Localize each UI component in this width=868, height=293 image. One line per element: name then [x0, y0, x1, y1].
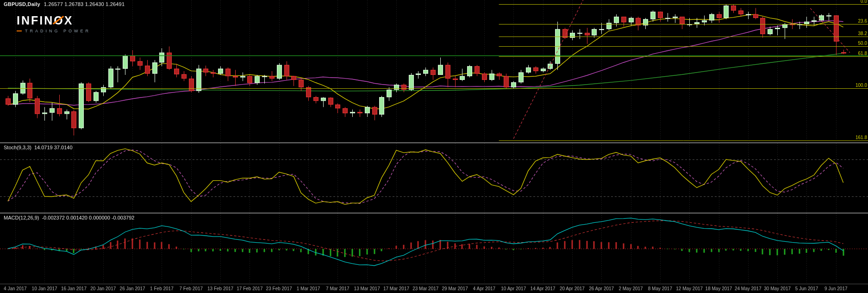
- ohlc-values: 1.26577 1.26783 1.26430 1.26491: [44, 1, 125, 7]
- date-axis-label: 23 Feb 2017: [266, 286, 292, 291]
- stoch-name: Stoch(9,3,3): [4, 145, 31, 150]
- logo-title: INFINOX: [17, 14, 91, 27]
- candlestick-chart-canvas[interactable]: [0, 0, 868, 142]
- symbol-ohlc-label: GBPUSD,Daily1.26577 1.26783 1.26430 1.26…: [4, 1, 125, 7]
- macd-name: MACD(12,26,9): [4, 215, 39, 220]
- logo-text-right: X: [64, 14, 74, 27]
- date-axis-label: 30 May 2017: [764, 286, 791, 291]
- trading-chart-window: GBPUSD,Daily1.26577 1.26783 1.26430 1.26…: [0, 0, 868, 293]
- date-axis-label: 16 Jan 2017: [61, 286, 87, 291]
- date-axis-label: 1 Mar 2017: [297, 286, 320, 291]
- logo-subtitle: TRADING POWER: [17, 29, 91, 33]
- date-axis-label: 5 Jun 2017: [795, 286, 818, 291]
- date-axis-label: 17 Feb 2017: [237, 286, 262, 291]
- date-axis-label: 18 May 2017: [706, 286, 732, 291]
- stochastic-canvas[interactable]: [0, 143, 868, 213]
- date-axis-label: 12 May 2017: [676, 286, 703, 291]
- date-axis-label: 23 Mar 2017: [412, 286, 438, 291]
- date-axis[interactable]: 4 Jan 201710 Jan 201716 Jan 201720 Jan 2…: [0, 284, 868, 293]
- date-axis-label: 29 Mar 2017: [442, 286, 468, 291]
- date-axis-label: 4 Jan 2017: [4, 286, 27, 291]
- date-axis-label: 8 May 2017: [648, 286, 672, 291]
- date-axis-label: 2 May 2017: [618, 286, 643, 291]
- stochastic-label: Stoch(9,3,3)14.0719 37.0140: [4, 145, 73, 150]
- date-axis-label: 7 Mar 2017: [326, 286, 350, 291]
- date-axis-label: 14 Apr 2017: [531, 286, 556, 291]
- logo-text-left: INFIN: [17, 14, 54, 27]
- date-axis-label: 13 Mar 2017: [354, 286, 380, 291]
- date-axis-label: 1 Feb 2017: [150, 286, 174, 291]
- infinox-logo: INFINOX TRADING POWER: [17, 14, 91, 33]
- date-axis-label: 10 Apr 2017: [501, 286, 526, 291]
- price-chart-panel: GBPUSD,Daily1.26577 1.26783 1.26430 1.26…: [0, 0, 868, 142]
- stochastic-panel: Stoch(9,3,3)14.0719 37.0140: [0, 143, 868, 213]
- date-axis-label: 7 Feb 2017: [179, 286, 203, 291]
- macd-values: -0.002372 0.001420 0.000000 -0.003792: [42, 215, 134, 220]
- macd-canvas[interactable]: [0, 214, 868, 284]
- date-axis-label: 26 Jan 2017: [120, 286, 145, 291]
- macd-panel: MACD(12,26,9)-0.002372 0.001420 0.000000…: [0, 214, 868, 284]
- stoch-values: 14.0719 37.0140: [34, 145, 73, 150]
- date-axis-label: 20 Jan 2017: [90, 286, 116, 291]
- date-axis-label: 20 Apr 2017: [560, 286, 585, 291]
- date-axis-label: 9 Jun 2017: [824, 286, 848, 291]
- logo-o-mark: O: [54, 14, 64, 27]
- date-axis-label: 17 Mar 2017: [383, 286, 409, 291]
- date-axis-label: 24 May 2017: [735, 286, 762, 291]
- date-axis-label: 4 Apr 2017: [473, 286, 495, 291]
- date-axis-label: 10 Jan 2017: [32, 286, 57, 291]
- date-axis-label: 13 Feb 2017: [207, 286, 233, 291]
- date-axis-label: 26 Apr 2017: [589, 286, 614, 291]
- symbol-name: GBPUSD,Daily: [4, 1, 40, 7]
- macd-label: MACD(12,26,9)-0.002372 0.001420 0.000000…: [4, 215, 134, 220]
